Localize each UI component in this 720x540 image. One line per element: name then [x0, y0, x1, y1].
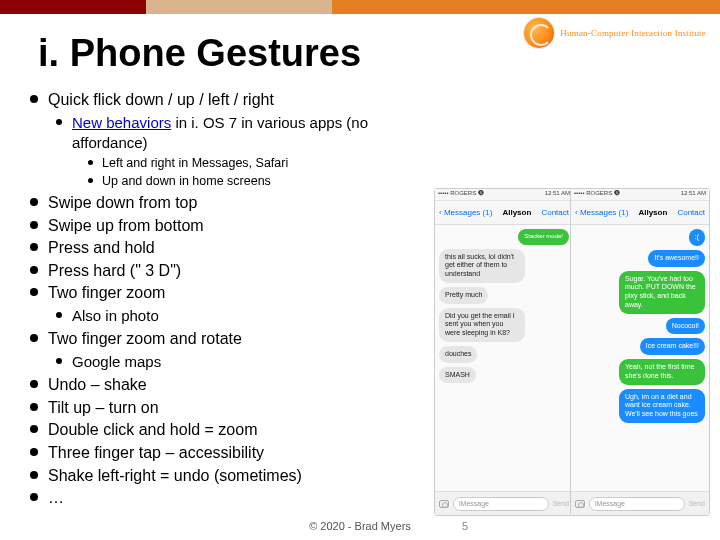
bar-segment-tan [146, 0, 332, 14]
nav-contact[interactable]: Contact [541, 208, 569, 217]
phone-right: ••••• ROGERS 🅦 12:51 AM ‹ Messages (1) A… [570, 188, 710, 516]
nav-bar: ‹ Messages (1) Allyson Contact [571, 201, 709, 225]
slide-content: Quick flick down / up / left / right New… [0, 75, 430, 509]
bullet-undo-shake: Undo – shake [26, 374, 420, 396]
compose-placeholder: iMessage [595, 500, 625, 507]
msg-in: Did you get the email I sent you when yo… [439, 308, 525, 342]
msg-in: SMASH [439, 367, 476, 384]
bullet-three-finger-tap: Three finger tap – accessibility [26, 442, 420, 464]
bar-segment-dark [0, 0, 146, 14]
sub-also-photo: Also in photo [48, 306, 420, 326]
subsub-home-screens: Up and down in home screens [80, 173, 420, 191]
bullet-list: Quick flick down / up / left / right New… [26, 89, 420, 509]
message-list-right: :( It's awesome!! Sugar. You've had too … [571, 225, 709, 427]
composer: iMessage Send [571, 491, 709, 515]
msg-out: It's awesome!! [648, 250, 705, 267]
footer-copyright: © 2020 - Brad Myers [0, 520, 720, 532]
msg-out: Sugar. You've had too much. PUT DOWN the… [619, 271, 705, 314]
status-bar: ••••• ROGERS 🅦 12:51 AM [435, 189, 573, 201]
msg-in: this all sucks, lol didn't get either of… [439, 249, 525, 283]
bullet-tilt-up: Tilt up – turn on [26, 397, 420, 419]
msg-in: Pretty much [439, 287, 488, 304]
status-bar: ••••• ROGERS 🅦 12:51 AM [571, 189, 709, 201]
nav-back[interactable]: ‹ Messages (1) [439, 208, 492, 217]
bar-segment-orange [332, 0, 720, 14]
msg-out: Ice cream cake!!! [640, 338, 705, 355]
nav-title: Allyson [638, 208, 667, 217]
bullet-text: Quick flick down / up / left / right [48, 91, 274, 108]
bullet-swipe-down: Swipe down from top [26, 192, 420, 214]
send-button[interactable]: Send [553, 500, 569, 507]
status-carrier: ••••• ROGERS 🅦 [438, 190, 484, 199]
nav-bar: ‹ Messages (1) Allyson Contact [435, 201, 573, 225]
sub-new-behaviors: New behaviors in i. OS 7 in various apps… [48, 113, 420, 191]
top-accent-bar [0, 0, 720, 14]
stacker-banner: Stacker mode! [518, 229, 569, 245]
composer: iMessage Send [435, 491, 573, 515]
institute-name: Human-Computer Interaction Institute [560, 28, 706, 38]
new-behaviors-link[interactable]: New behaviors [72, 114, 171, 131]
nav-back[interactable]: ‹ Messages (1) [575, 208, 628, 217]
msg-out: :( [689, 229, 705, 246]
status-carrier: ••••• ROGERS 🅦 [574, 190, 620, 199]
sub-google-maps: Google maps [48, 352, 420, 372]
page-number: 5 [462, 520, 468, 532]
status-time: 12:51 AM [681, 190, 706, 199]
bullet-shake-lr: Shake left-right = undo (sometimes) [26, 465, 420, 487]
camera-icon[interactable] [575, 500, 585, 508]
phones-illustration: ••••• ROGERS 🅦 12:51 AM ‹ Messages (1) A… [434, 188, 710, 518]
send-button[interactable]: Send [689, 500, 705, 507]
bullet-press-hard: Press hard (" 3 D") [26, 260, 420, 282]
subsub-messages-safari: Left and right in Messages, Safari [80, 155, 420, 173]
nav-contact[interactable]: Contact [677, 208, 705, 217]
bullet-ellipsis: … [26, 487, 420, 509]
msg-out: Yeah, not the first time she's done this… [619, 359, 705, 385]
bullet-press-hold: Press and hold [26, 237, 420, 259]
institute-logo: Human-Computer Interaction Institute [524, 18, 706, 48]
bullet-double-click-hold: Double click and hold = zoom [26, 419, 420, 441]
camera-icon[interactable] [439, 500, 449, 508]
compose-input[interactable]: iMessage [453, 497, 549, 511]
phone-left: ••••• ROGERS 🅦 12:51 AM ‹ Messages (1) A… [434, 188, 574, 516]
bullet-two-finger-zoom-rotate: Two finger zoom and rotate Google maps [26, 328, 420, 372]
status-time: 12:51 AM [545, 190, 570, 199]
bullet-text: Two finger zoom [48, 284, 165, 301]
message-list-left: Stacker mode! this all sucks, lol didn't… [435, 225, 573, 387]
compose-input[interactable]: iMessage [589, 497, 685, 511]
bullet-text: Two finger zoom and rotate [48, 330, 242, 347]
bullet-swipe-up: Swipe up from bottom [26, 215, 420, 237]
bullet-two-finger-zoom: Two finger zoom Also in photo [26, 282, 420, 326]
hcii-circle-icon [524, 18, 554, 48]
compose-placeholder: iMessage [459, 500, 489, 507]
msg-out: Ugh, im on a diet and want ice cream cak… [619, 389, 705, 423]
msg-in: douches [439, 346, 477, 363]
bullet-quick-flick: Quick flick down / up / left / right New… [26, 89, 420, 190]
msg-out: Nococol! [666, 318, 705, 335]
nav-title: Allyson [502, 208, 531, 217]
slide: Human-Computer Interaction Institute i. … [0, 0, 720, 540]
